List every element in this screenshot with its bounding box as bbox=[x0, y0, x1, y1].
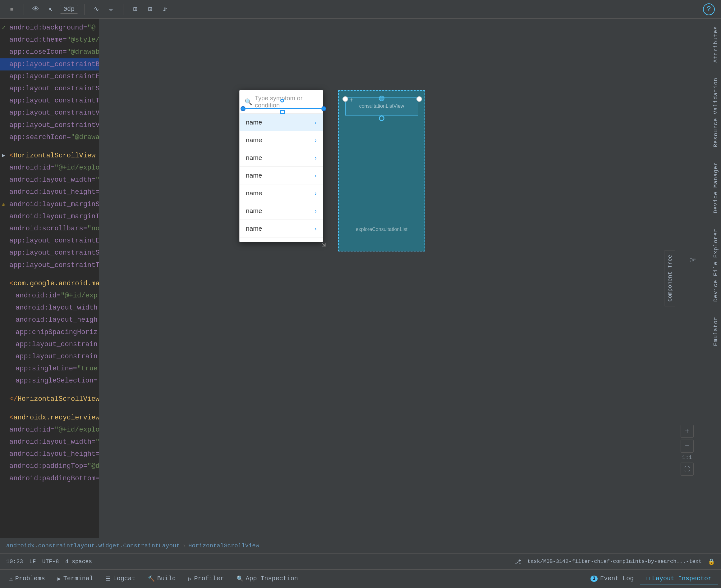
tab-profiler[interactable]: ▷ Profiler bbox=[182, 572, 230, 585]
status-lf: LF bbox=[29, 559, 36, 565]
anchor-dot-left bbox=[342, 96, 348, 102]
code-line: android:scrollbars="none bbox=[0, 223, 99, 235]
hand-cursor-icon: ☞ bbox=[690, 255, 696, 266]
right-sidebar: Attributes Resource Validation Device Ma… bbox=[710, 19, 721, 538]
tab-layout-inspector[interactable]: □ Layout Inspector bbox=[640, 572, 718, 585]
code-line: app:searchIcon="@drawabl bbox=[0, 131, 99, 143]
phone-search-icon: 🔍 bbox=[245, 98, 252, 106]
help-icon[interactable]: ? bbox=[703, 3, 715, 15]
phone-list-item-6[interactable]: name › bbox=[240, 220, 323, 237]
code-line: android:theme="@style/Co bbox=[0, 34, 99, 46]
chevron-icon: › bbox=[315, 154, 317, 162]
app-inspection-icon: 🔍 bbox=[237, 575, 243, 582]
sidebar-tab-resource-validation[interactable]: Resource Validation bbox=[711, 73, 721, 151]
path-tool-icon[interactable]: ∿ bbox=[91, 4, 102, 15]
center-panel: ⏚ ⏚ 🔍 Type symptom or condition name › n… bbox=[99, 19, 710, 538]
code-line-warning: ⚠ android:layout_marginSta bbox=[0, 198, 99, 210]
component-tree-tab[interactable]: Component Tree bbox=[664, 250, 675, 306]
tab-logcat-label: Logcat bbox=[113, 575, 136, 582]
breadcrumb-right[interactable]: HorizontalScrollView bbox=[188, 542, 259, 549]
logcat-icon: ☰ bbox=[106, 575, 111, 582]
eye-tool-icon[interactable]: 👁 bbox=[30, 4, 41, 15]
status-indent: 4 spaces bbox=[65, 559, 92, 565]
sidebar-tab-emulator[interactable]: Emulator bbox=[711, 312, 721, 350]
phone-list-item-5[interactable]: name › bbox=[240, 202, 323, 220]
constraint-h-line bbox=[243, 108, 323, 109]
zoom-ratio-label: 1:1 bbox=[682, 455, 692, 461]
zoom-controls: + − 1:1 ⛶ bbox=[681, 425, 694, 476]
git-icon: ⎇ bbox=[515, 558, 521, 565]
phone-list-item-7[interactable]: name › bbox=[240, 237, 323, 242]
code-line: android:layout_heigh bbox=[0, 314, 99, 326]
code-line: app:layout_constrain bbox=[0, 351, 99, 363]
chevron-icon: › bbox=[315, 119, 317, 126]
profiler-icon: ▷ bbox=[188, 575, 192, 582]
git-branch[interactable]: task/MOB-3142-filter-chief-complaints-by… bbox=[527, 559, 702, 564]
chevron-icon: › bbox=[315, 136, 317, 144]
cursor-tool-icon[interactable]: ↖ bbox=[45, 4, 56, 15]
tab-app-inspection[interactable]: 🔍 App Inspection bbox=[230, 572, 304, 585]
anchor-dot-bottom bbox=[379, 115, 384, 121]
code-line-highlighted: app:layout_constraintBot bbox=[0, 58, 99, 70]
fit-screen-button[interactable]: ⛶ bbox=[681, 463, 694, 476]
code-line: android:layout_height="w bbox=[0, 186, 99, 198]
code-line: app:layout_constraintSta bbox=[0, 247, 99, 259]
expand-arrow[interactable]: ▶ bbox=[2, 151, 5, 160]
main-container: ■ 👁 ↖ 0dp ∿ ✏ ⊞ ⊡ ⇵ ? ✓ android:backgrou… bbox=[0, 0, 721, 588]
code-line: android:paddingTop="@dim bbox=[0, 460, 99, 472]
code-line: android:id="@+id/exp bbox=[0, 290, 99, 302]
sidebar-tab-device-file-explorer[interactable]: Device File Explorer bbox=[711, 224, 721, 306]
breadcrumb-left[interactable]: androidx.constraintlayout.widget.Constra… bbox=[6, 542, 180, 549]
code-line: android:layout_width="ma bbox=[0, 174, 99, 186]
warning-icon: ⚠ bbox=[2, 200, 5, 209]
phone-list-item-4[interactable]: name › bbox=[240, 184, 323, 202]
layout-inspector-icon: □ bbox=[646, 575, 649, 582]
tab-problems-label: Problems bbox=[15, 575, 45, 582]
sidebar-tab-attributes[interactable]: Attributes bbox=[711, 22, 721, 67]
code-content: ✓ android:background="@ android:theme="@… bbox=[0, 19, 99, 488]
blank-line bbox=[0, 143, 99, 150]
tab-event-log[interactable]: 3 Event Log bbox=[584, 572, 640, 585]
code-line: app:layout_constraintVer bbox=[0, 107, 99, 119]
tab-profiler-label: Profiler bbox=[194, 575, 224, 582]
code-line-tag2: <com.google.android.mate bbox=[0, 277, 99, 290]
code-line: app:layout_constraintEnd. bbox=[0, 70, 99, 83]
check-icon: ✓ bbox=[2, 23, 6, 33]
zoom-in-button[interactable]: + bbox=[681, 425, 694, 438]
status-bar: 10:23 LF UTF-8 4 spaces ⎇ task/MOB-3142-… bbox=[0, 553, 721, 569]
align-tool-icon[interactable]: ⇵ bbox=[159, 4, 171, 15]
breadcrumb-bar: androidx.constraintlayout.widget.Constra… bbox=[0, 538, 721, 553]
tab-problems[interactable]: ⚠ Problems bbox=[3, 572, 51, 585]
resize-handle-icon[interactable]: ⇲ bbox=[322, 240, 326, 248]
phone-list-item-3[interactable]: name › bbox=[240, 167, 323, 184]
menu-icon[interactable]: ■ bbox=[6, 4, 17, 15]
code-line: app:singleSelection= bbox=[0, 375, 99, 387]
tab-event-log-label: Event Log bbox=[600, 575, 634, 582]
tab-build-label: Build bbox=[157, 575, 176, 582]
tab-logcat[interactable]: ☰ Logcat bbox=[99, 572, 142, 585]
code-line: app:layout_constraintSta bbox=[0, 83, 99, 95]
grid-tool-icon[interactable]: ⊞ bbox=[129, 4, 141, 15]
code-line: android:paddingBottom="@ bbox=[0, 472, 99, 485]
pen-tool-icon[interactable]: ✏ bbox=[106, 4, 117, 15]
phone-list-item-1[interactable]: name › bbox=[240, 131, 323, 149]
tab-terminal-label: Terminal bbox=[63, 575, 93, 582]
status-charset: UTF-8 bbox=[42, 559, 59, 565]
zoom-out-button[interactable]: − bbox=[681, 440, 694, 453]
sidebar-tab-device-manager[interactable]: Device Manager bbox=[711, 158, 721, 218]
code-line-recyclerview: <androidx.recyclerview.widge bbox=[0, 412, 99, 424]
dp-badge: 0dp bbox=[60, 5, 78, 14]
phone-list-item-2[interactable]: name › bbox=[240, 149, 323, 167]
tab-terminal[interactable]: ▶ Terminal bbox=[51, 572, 99, 585]
add-constraint-btn[interactable]: + bbox=[349, 97, 353, 104]
constraint-dot-center-bottom bbox=[280, 110, 285, 114]
phone-list-item-0[interactable]: name › bbox=[240, 113, 323, 131]
event-log-badge: 3 bbox=[590, 575, 598, 582]
blank-line bbox=[0, 387, 99, 393]
blank-line bbox=[0, 271, 99, 277]
resize-tool-icon[interactable]: ⊡ bbox=[144, 4, 156, 15]
code-panel: ✓ android:background="@ android:theme="@… bbox=[0, 19, 99, 538]
tab-build[interactable]: 🔨 Build bbox=[142, 572, 182, 585]
layout-inspector-panel: consultationListView + exploreConsultati… bbox=[338, 90, 425, 251]
terminal-icon: ▶ bbox=[58, 575, 61, 582]
